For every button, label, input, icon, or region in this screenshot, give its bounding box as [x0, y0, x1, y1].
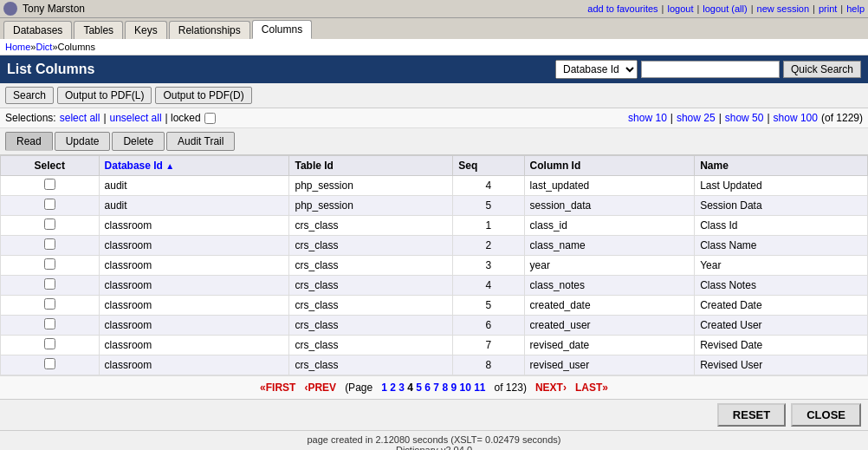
row-table-id: crs_class	[289, 276, 453, 296]
table-row: audit php_session 4 last_updated Last Up…	[1, 176, 868, 196]
table-row: classroom crs_class 1 class_id Class Id	[1, 216, 868, 236]
tab-databases[interactable]: Databases	[3, 21, 72, 39]
page-label: (Page	[345, 382, 372, 394]
search-button[interactable]: Search	[5, 87, 54, 104]
username: Tony Marston	[23, 3, 85, 15]
show-10-link[interactable]: show 10	[628, 112, 667, 124]
action-tab-delete[interactable]: Delete	[112, 132, 165, 151]
page-number-link[interactable]: 2	[390, 382, 396, 394]
locked-checkbox[interactable]	[204, 113, 216, 124]
prev-page-link[interactable]: ‹PREV	[304, 382, 336, 394]
output-pdf-d-button[interactable]: Output to PDF(D)	[155, 87, 251, 104]
table-header-row: Select Database Id ▲ Table Id Seq Column…	[1, 156, 868, 176]
row-seq: 5	[453, 196, 524, 216]
search-field-select[interactable]: Database Id Table Id Column Id Name	[555, 60, 638, 79]
row-table-id: crs_class	[289, 216, 453, 236]
breadcrumb-home[interactable]: Home	[5, 42, 30, 52]
action-tab-update[interactable]: Update	[55, 132, 111, 151]
select-all-link[interactable]: select all	[60, 112, 100, 124]
selections-left: Selections: select all | unselect all | …	[5, 112, 216, 124]
row-select-cell[interactable]	[1, 296, 100, 316]
print-link[interactable]: print	[819, 3, 837, 14]
page-number-link[interactable]: 8	[442, 382, 448, 394]
show-50-link[interactable]: show 50	[725, 112, 764, 124]
tab-relationships[interactable]: Relationships	[169, 21, 250, 39]
page-number-link[interactable]: 9	[450, 382, 457, 394]
first-page-link[interactable]: «FIRST	[260, 382, 295, 394]
col-database-id-sort[interactable]: Database Id ▲	[105, 160, 175, 172]
main-content: List Columns Database Id Table Id Column…	[0, 55, 868, 450]
page-number-link[interactable]: 3	[398, 382, 405, 394]
tab-columns[interactable]: Columns	[252, 20, 312, 39]
footer: page created in 2.12080 seconds (XSLT= 0…	[0, 430, 868, 450]
tab-tables[interactable]: Tables	[74, 21, 123, 39]
row-select-cell[interactable]	[1, 336, 100, 355]
row-checkbox[interactable]	[44, 179, 55, 190]
table-row: classroom crs_class 6 created_user Creat…	[1, 316, 868, 336]
row-select-cell[interactable]	[1, 176, 100, 196]
action-tabs: Read Update Delete Audit Trail	[0, 128, 868, 155]
row-select-cell[interactable]	[1, 216, 100, 236]
row-checkbox[interactable]	[44, 298, 55, 310]
logout-link[interactable]: logout	[667, 3, 693, 14]
table-row: classroom crs_class 5 created_date Creat…	[1, 296, 868, 316]
search-input[interactable]	[641, 61, 780, 78]
output-pdf-l-button[interactable]: Output to PDF(L)	[57, 87, 152, 104]
row-select-cell[interactable]	[1, 355, 100, 375]
add-to-favourites-link[interactable]: add to favourites	[587, 3, 657, 14]
row-database-id: classroom	[99, 336, 289, 355]
row-select-cell[interactable]	[1, 196, 100, 216]
action-tab-audit-trail[interactable]: Audit Trail	[166, 132, 235, 151]
row-checkbox[interactable]	[44, 238, 55, 250]
row-checkbox[interactable]	[44, 318, 55, 329]
row-name: Class Notes	[695, 276, 868, 296]
pagination: «FIRST ‹PREV (Page 1 2 3 4 5 6 7 8 9 10 …	[0, 375, 868, 399]
show-100-link[interactable]: show 100	[774, 112, 818, 124]
page-number-link[interactable]: 5	[416, 382, 422, 394]
row-checkbox[interactable]	[44, 218, 55, 230]
breadcrumb-dict[interactable]: Dict	[36, 42, 52, 52]
logout-all-link[interactable]: logout (all)	[703, 3, 747, 14]
col-column-id: Column Id	[524, 156, 695, 176]
help-link[interactable]: help	[846, 3, 865, 14]
row-name: Created User	[695, 316, 868, 336]
action-tab-read[interactable]: Read	[5, 132, 53, 151]
row-name: Class Name	[695, 236, 868, 256]
unselect-all-link[interactable]: unselect all	[110, 112, 162, 124]
page-number-link[interactable]: 6	[424, 382, 431, 394]
page-number-link[interactable]: 7	[433, 382, 439, 394]
row-select-cell[interactable]	[1, 256, 100, 276]
row-seq: 5	[453, 296, 524, 316]
next-page-link[interactable]: NEXT›	[535, 382, 567, 394]
row-database-id: classroom	[99, 276, 289, 296]
row-seq: 4	[453, 276, 524, 296]
row-select-cell[interactable]	[1, 316, 100, 336]
row-select-cell[interactable]	[1, 276, 100, 296]
row-checkbox[interactable]	[44, 258, 55, 270]
row-checkbox[interactable]	[44, 358, 55, 369]
row-select-cell[interactable]	[1, 236, 100, 256]
row-column-id: last_updated	[524, 176, 695, 196]
row-checkbox[interactable]	[44, 199, 55, 210]
col-database-id[interactable]: Database Id ▲	[99, 156, 289, 176]
reset-button[interactable]: RESET	[717, 403, 786, 427]
page-number-link[interactable]: 10	[459, 382, 470, 394]
row-checkbox[interactable]	[44, 278, 55, 290]
new-session-link[interactable]: new session	[757, 3, 810, 14]
tab-keys[interactable]: Keys	[125, 21, 167, 39]
row-table-id: php_session	[289, 176, 453, 196]
data-table: Select Database Id ▲ Table Id Seq Column…	[0, 155, 868, 375]
quick-search-button[interactable]: Quick Search	[783, 61, 861, 78]
row-column-id: session_data	[524, 196, 695, 216]
user-icon	[3, 2, 17, 16]
row-database-id: classroom	[99, 355, 289, 375]
page-number-link[interactable]: 1	[381, 382, 387, 394]
page-number-link[interactable]: 11	[474, 382, 485, 394]
row-name: Created Date	[695, 296, 868, 316]
close-button[interactable]: CLOSE	[791, 403, 861, 427]
show-25-link[interactable]: show 25	[677, 112, 716, 124]
last-page-link[interactable]: LAST»	[575, 382, 608, 394]
selections-label: Selections:	[5, 112, 56, 124]
bottom-buttons: RESET CLOSE	[0, 399, 868, 430]
row-checkbox[interactable]	[44, 338, 55, 349]
